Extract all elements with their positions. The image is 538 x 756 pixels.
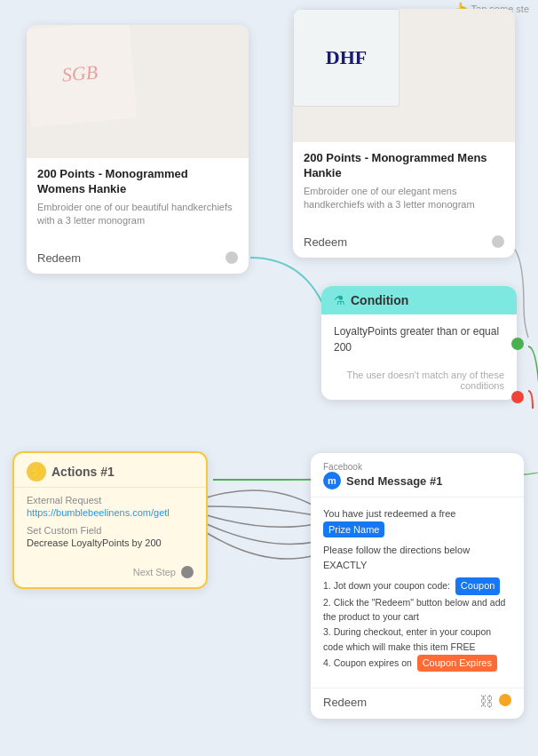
womens-card-image <box>27 25 249 158</box>
custom-field-value: Decrease LoyaltyPoints by 200 <box>27 537 194 548</box>
coupon-expires-highlight: Coupon Expires <box>417 655 497 672</box>
mens-redeem-button[interactable]: Redeem <box>304 235 347 249</box>
condition-text: LoyaltyPoints greater than or equal 200 <box>334 323 504 355</box>
mens-card-footer: Redeem <box>293 230 515 258</box>
womens-card-content: 200 Points - Monogrammed Womens Hankie E… <box>27 158 249 246</box>
fb-step4: 4. Coupon expires on Coupon Expires <box>323 655 511 672</box>
custom-field-label: Set Custom Field <box>27 525 194 536</box>
mens-dot-indicator <box>492 235 504 248</box>
condition-header: ⚗ Condition <box>321 286 517 314</box>
actions-card: ⚡ Actions #1 External Request https://bu… <box>12 451 208 589</box>
next-step-dot <box>181 566 194 578</box>
fb-title: m Send Message #1 <box>323 472 511 489</box>
condition-card: ⚗ Condition LoyaltyPoints greater than o… <box>321 286 517 400</box>
fb-step2: 2. Click the "Redeem" button below and a… <box>323 595 511 625</box>
mens-hankie <box>293 9 400 107</box>
actions-header: ⚡ Actions #1 <box>14 453 206 488</box>
condition-body: LoyaltyPoints greater than or equal 200 <box>321 314 517 364</box>
fb-message-card: Facebook m Send Message #1 You have just… <box>311 453 524 719</box>
womens-redeem-button[interactable]: Redeem <box>37 251 81 265</box>
external-request-label: External Request <box>27 495 194 505</box>
womens-card-desc: Embroider one of our beautiful handkerch… <box>37 201 238 228</box>
messenger-icon: m <box>323 472 341 489</box>
fb-step1: 1. Jot down your coupon code: Coupon <box>323 577 511 595</box>
womens-card-title: 200 Points - Monogrammed Womens Hankie <box>37 167 238 197</box>
fb-footer: Redeem ⛓ <box>311 688 524 719</box>
fb-header: Facebook m Send Message #1 <box>311 453 524 497</box>
fb-redeem-button[interactable]: Redeem <box>323 696 367 709</box>
orange-dot-icon <box>499 694 511 706</box>
womens-hankie <box>27 25 138 127</box>
fb-message-line1: You have just redeemed a free Prize Name <box>323 506 511 537</box>
mens-card-title: 200 Points - Monogrammed Mens Hankie <box>304 151 504 181</box>
actions-body: External Request https://bumblebeelinens… <box>14 488 206 562</box>
next-step-label: Next Step <box>133 567 176 577</box>
fb-footer-icons: ⛓ <box>479 694 511 710</box>
external-request-url[interactable]: https://bumblebeelinens.com/getl <box>27 507 194 518</box>
fb-body: You have just redeemed a free Prize Name… <box>311 497 524 688</box>
mens-card-content: 200 Points - Monogrammed Mens Hankie Emb… <box>293 142 515 230</box>
womens-card-footer: Redeem <box>27 246 249 274</box>
fb-step3: 3. During checkout, enter in your coupon… <box>323 625 511 655</box>
actions-footer: Next Step <box>14 562 206 587</box>
mens-product-card: 200 Points - Monogrammed Mens Hankie Emb… <box>293 9 515 258</box>
condition-no-match: The user doesn't match any of these cond… <box>321 364 517 400</box>
condition-header-title: Condition <box>351 293 408 307</box>
actions-title: Actions #1 <box>51 465 115 479</box>
fb-platform-label: Facebook <box>323 462 511 472</box>
fb-message-line2: Please follow the directions below EXACT… <box>323 543 511 572</box>
fb-steps: 1. Jot down your coupon code: Coupon 2. … <box>323 577 511 672</box>
womens-dot-indicator <box>225 251 238 264</box>
link-icon: ⛓ <box>479 694 494 710</box>
condition-red-dot <box>511 391 524 403</box>
womens-product-card: 200 Points - Monogrammed Womens Hankie E… <box>27 25 249 274</box>
lightning-icon: ⚡ <box>27 462 46 481</box>
condition-green-dot <box>511 338 524 350</box>
prize-name-highlight: Prize Name <box>323 521 384 538</box>
coupon-highlight: Coupon <box>455 577 501 595</box>
filter-icon: ⚗ <box>334 293 345 307</box>
mens-card-image <box>293 9 515 142</box>
mens-card-desc: Embroider one of our elegant mens handke… <box>304 185 504 212</box>
